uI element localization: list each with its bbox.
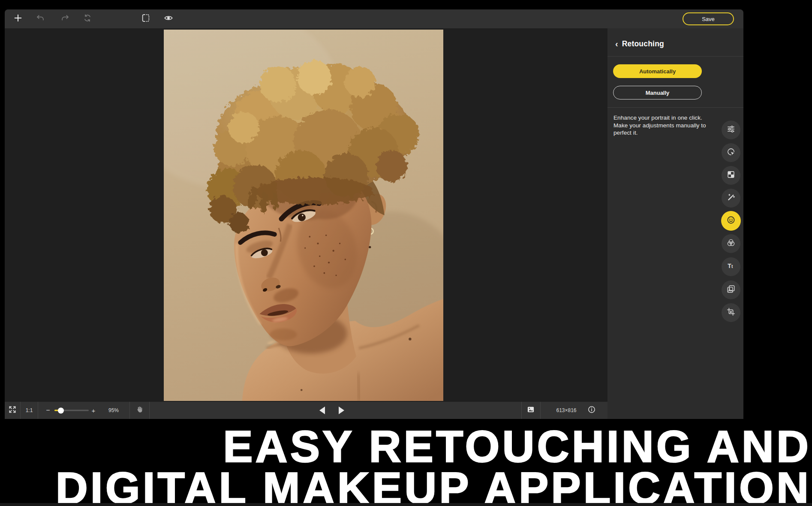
- tool-magic-wand-button[interactable]: [722, 189, 740, 208]
- image-size-label: 613×816: [556, 407, 576, 413]
- sliders-icon: [726, 124, 736, 136]
- magic-wand-icon: [726, 193, 736, 204]
- plus-icon: [13, 13, 23, 24]
- svg-text:T: T: [728, 263, 731, 269]
- chevron-left-icon: ‹: [615, 39, 618, 48]
- panel-description: Enhance your portrait in one click. Make…: [614, 114, 706, 137]
- divider: [20, 402, 21, 419]
- auto-select-icon: [726, 147, 736, 158]
- color-filters-icon: [726, 238, 736, 249]
- image-overlay-icon: [726, 284, 736, 295]
- reset-icon: [83, 13, 92, 24]
- panel-back-header[interactable]: ‹ Retouching: [615, 39, 664, 48]
- divider: [607, 56, 743, 57]
- info-icon: [587, 405, 596, 416]
- fullscreen-button[interactable]: [7, 405, 18, 416]
- tool-image-overlay-button[interactable]: [722, 280, 740, 299]
- pan-tool-button[interactable]: [134, 405, 144, 416]
- tool-color-filters-button[interactable]: [722, 234, 740, 253]
- tool-face-retouching-button[interactable]: [721, 211, 741, 231]
- banner-bottom-strip: [0, 503, 812, 506]
- retouching-panel: ‹ Retouching Automatically Manually Enha…: [607, 28, 743, 419]
- crop-icon: [726, 307, 736, 318]
- divider: [129, 402, 130, 419]
- tool-auto-select-button[interactable]: [722, 143, 740, 162]
- manually-button[interactable]: Manually: [613, 86, 702, 99]
- redo-icon: [60, 13, 70, 24]
- app-window: Save: [5, 9, 743, 419]
- previous-image-button[interactable]: [319, 407, 325, 414]
- screenshot-stage: Save: [0, 0, 812, 506]
- bottom-bar: 1:1 − + 95%: [5, 402, 607, 419]
- text-icon: T t: [726, 261, 736, 272]
- divider: [540, 402, 541, 419]
- portrait-photo: [164, 30, 443, 401]
- divider: [607, 107, 743, 108]
- zoom-out-button[interactable]: −: [46, 407, 50, 414]
- tool-adjustments-button[interactable]: [722, 120, 740, 139]
- banner-line-2: DIGITAL MAKEUP APPLICATION: [0, 467, 811, 506]
- tool-text-button[interactable]: T t: [722, 257, 740, 276]
- caption-banner: EASY RETOUCHING AND DIGITAL MAKEUP APPLI…: [0, 419, 812, 506]
- hand-icon: [135, 405, 144, 416]
- zoom-slider-knob[interactable]: [58, 407, 64, 413]
- compare-before-after-button[interactable]: [140, 13, 152, 25]
- eye-icon: [164, 13, 173, 24]
- svg-text:t: t: [731, 264, 733, 269]
- image-icon: [526, 405, 535, 416]
- divider: [521, 402, 522, 419]
- reset-button[interactable]: [81, 13, 93, 25]
- divider: [38, 402, 38, 419]
- editing-canvas[interactable]: 1:1 − + 95%: [5, 28, 607, 419]
- add-image-button[interactable]: [12, 13, 24, 25]
- fullscreen-icon: [8, 405, 17, 416]
- automatically-button[interactable]: Automatically: [613, 64, 702, 78]
- tool-layout-button[interactable]: [722, 166, 740, 185]
- compare-split-icon: [141, 13, 150, 24]
- preview-button[interactable]: [162, 13, 174, 25]
- redo-button[interactable]: [59, 13, 71, 25]
- top-toolbar: Save: [5, 9, 743, 28]
- zoom-in-button[interactable]: +: [92, 407, 96, 414]
- ratio-1-1-button[interactable]: 1:1: [26, 407, 33, 413]
- image-thumbnails-button[interactable]: [526, 405, 536, 416]
- smiley-face-icon: [726, 215, 736, 226]
- info-button[interactable]: [586, 405, 597, 416]
- zoom-slider[interactable]: [54, 410, 89, 411]
- panel-title: Retouching: [622, 39, 664, 48]
- save-button[interactable]: Save: [683, 12, 734, 25]
- tool-crop-button[interactable]: [722, 303, 740, 322]
- layout-grid-icon: [726, 170, 736, 181]
- next-image-button[interactable]: [339, 407, 344, 414]
- divider: [149, 402, 150, 419]
- banner-line-1: EASY RETOUCHING AND: [0, 426, 811, 467]
- zoom-percent-label: 95%: [108, 407, 119, 413]
- undo-icon: [36, 13, 45, 24]
- undo-button[interactable]: [34, 13, 46, 25]
